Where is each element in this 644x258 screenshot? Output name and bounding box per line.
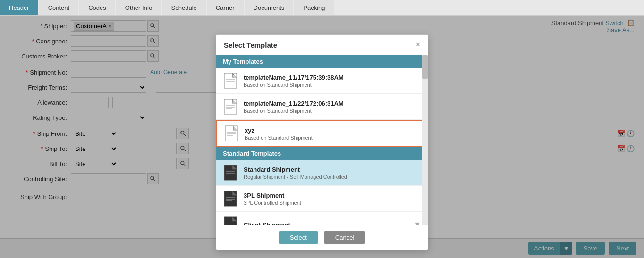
standard-templates-header: Standard Templates <box>216 147 428 160</box>
template-icon-3 <box>224 125 239 142</box>
modal-scrollbar-thumb[interactable] <box>422 55 428 79</box>
template-icon-2 <box>223 98 238 116</box>
modal-close-btn[interactable]: × <box>416 41 420 49</box>
template-item-standard-2[interactable]: 3PL Shipment 3PL Controlled Shipment <box>216 186 428 212</box>
template-desc-1: Based on Standard Shipment <box>244 82 421 88</box>
modal-list-wrapper: My Templates <box>216 55 428 225</box>
template-item-client[interactable]: Client Shipment ▼ <box>216 212 428 225</box>
template-name-1: templateName_11/17/175:39:38AM <box>244 74 421 81</box>
template-info-2: templateName_11/22/172:06:31AM Based on … <box>244 100 421 114</box>
template-name-3: xyz <box>245 127 420 134</box>
select-template-modal: Select Template × My Templates <box>216 34 428 250</box>
modal-overlay: Select Template × My Templates <box>0 16 644 258</box>
tab-codes[interactable]: Codes <box>79 0 115 15</box>
my-templates-header: My Templates <box>216 55 428 68</box>
template-info-standard-2: 3PL Shipment 3PL Controlled Shipment <box>244 192 421 206</box>
tab-documents[interactable]: Documents <box>245 0 294 15</box>
template-icon-standard-1 <box>223 164 238 182</box>
modal-header: Select Template × <box>216 35 428 55</box>
modal-list: My Templates <box>216 55 428 225</box>
template-item-3[interactable]: xyz Based on Standard Shipment <box>216 120 428 147</box>
template-name-standard-1: Standard Shipment <box>244 166 421 173</box>
tab-schedule[interactable]: Schedule <box>162 0 206 15</box>
modal-title: Select Template <box>224 41 277 49</box>
select-button[interactable]: Select <box>279 231 318 244</box>
template-name-2: templateName_11/22/172:06:31AM <box>244 100 421 107</box>
template-info-standard-1: Standard Shipment Regular Shipment - Sel… <box>244 166 421 180</box>
template-desc-3: Based on Standard Shipment <box>245 135 420 141</box>
tab-packing[interactable]: Packing <box>294 0 334 15</box>
modal-footer: Select Cancel <box>216 225 428 250</box>
client-dropdown-icon: ▼ <box>414 220 421 225</box>
template-icon-standard-2 <box>223 190 238 208</box>
template-info-client: Client Shipment <box>244 221 414 225</box>
template-desc-2: Based on Standard Shipment <box>244 108 421 114</box>
template-item-1[interactable]: templateName_11/17/175:39:38AM Based on … <box>216 68 428 94</box>
template-item-2[interactable]: templateName_11/22/172:06:31AM Based on … <box>216 94 428 120</box>
tab-content[interactable]: Content <box>39 0 79 15</box>
tab-carrier[interactable]: Carrier <box>207 0 244 15</box>
template-icon-1 <box>223 72 238 90</box>
modal-body: My Templates <box>216 55 428 225</box>
template-desc-standard-1: Regular Shipment - Self Managed Controll… <box>244 174 421 180</box>
template-info-3: xyz Based on Standard Shipment <box>245 127 420 141</box>
tab-header[interactable]: Header <box>0 0 38 15</box>
cancel-button[interactable]: Cancel <box>324 231 365 244</box>
template-name-standard-2: 3PL Shipment <box>244 192 421 199</box>
template-desc-standard-2: 3PL Controlled Shipment <box>244 200 421 206</box>
tab-bar: Header Content Codes Other Info Schedule… <box>0 0 644 16</box>
modal-scrollbar-track[interactable] <box>422 55 428 225</box>
tab-other-info[interactable]: Other Info <box>116 0 161 15</box>
template-name-client: Client Shipment <box>244 221 414 225</box>
template-item-standard-1[interactable]: Standard Shipment Regular Shipment - Sel… <box>216 160 428 186</box>
template-info-1: templateName_11/17/175:39:38AM Based on … <box>244 74 421 88</box>
template-icon-client <box>223 216 238 225</box>
